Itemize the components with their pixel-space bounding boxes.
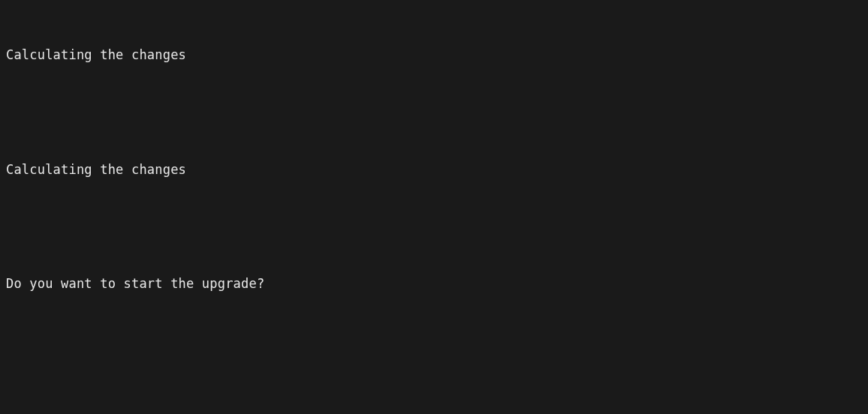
blank-line [6,332,862,351]
blank-line [6,389,862,408]
blank-line [6,104,862,122]
output-line: Do you want to start the upgrade? [6,274,862,294]
terminal-output[interactable]: Calculating the changes Calculating the … [6,8,862,414]
output-line: Calculating the changes [6,46,862,65]
output-line: Calculating the changes [6,160,862,180]
blank-line [6,218,862,236]
